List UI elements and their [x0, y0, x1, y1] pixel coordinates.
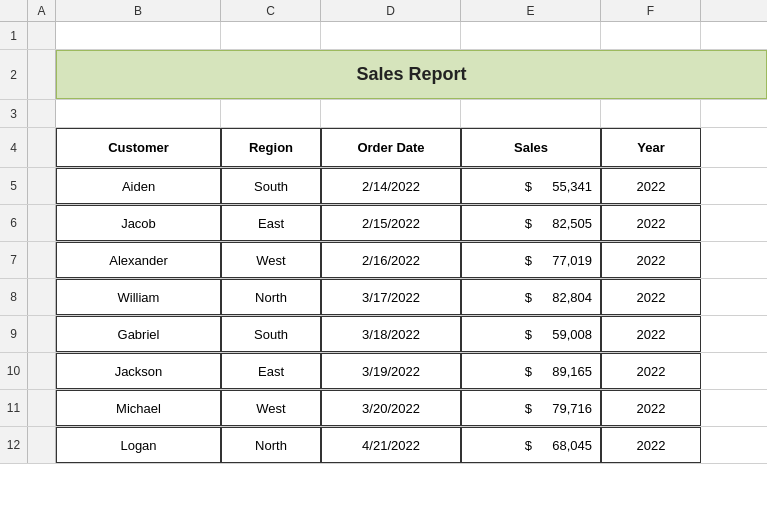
- dollar-sign: $: [525, 327, 532, 342]
- cell-region-5[interactable]: East: [221, 353, 321, 389]
- cell-year-1[interactable]: 2022: [601, 205, 701, 241]
- column-headers: A B C D E F: [0, 0, 767, 22]
- cell-year-2[interactable]: 2022: [601, 242, 701, 278]
- data-rows: 5 Aiden South 2/14/2022 $ 55,341 2022 6 …: [0, 168, 767, 464]
- rownum-4: 4: [0, 128, 28, 167]
- cell-3d[interactable]: [321, 100, 461, 127]
- cell-region-4[interactable]: South: [221, 316, 321, 352]
- rownum-2: 2: [0, 50, 28, 99]
- cell-date-2[interactable]: 2/16/2022: [321, 242, 461, 278]
- cell-customer-0[interactable]: Aiden: [56, 168, 221, 204]
- row-2: 2 Sales Report: [0, 50, 767, 100]
- cell-sales-2[interactable]: $ 77,019: [461, 242, 601, 278]
- cell-3e[interactable]: [461, 100, 601, 127]
- cell-3f[interactable]: [601, 100, 701, 127]
- cell-customer-5[interactable]: Jackson: [56, 353, 221, 389]
- table-row: 11 Michael West 3/20/2022 $ 79,716 2022: [0, 390, 767, 427]
- rownum-12: 12: [0, 427, 28, 463]
- dollar-sign: $: [525, 253, 532, 268]
- row-1: 1: [0, 22, 767, 50]
- sales-amount: 55,341: [540, 179, 592, 194]
- cell-6a: [28, 205, 56, 241]
- col-header-b: B: [56, 0, 221, 21]
- cell-date-3[interactable]: 3/17/2022: [321, 279, 461, 315]
- rownum-1: 1: [0, 22, 28, 49]
- cell-date-5[interactable]: 3/19/2022: [321, 353, 461, 389]
- cell-date-0[interactable]: 2/14/2022: [321, 168, 461, 204]
- sales-amount: 77,019: [540, 253, 592, 268]
- cell-1b[interactable]: [56, 22, 221, 49]
- cell-sales-7[interactable]: $ 68,045: [461, 427, 601, 463]
- dollar-sign: $: [525, 179, 532, 194]
- cell-year-3[interactable]: 2022: [601, 279, 701, 315]
- rownum-3: 3: [0, 100, 28, 127]
- col-header-f: F: [601, 0, 701, 21]
- cell-sales-6[interactable]: $ 79,716: [461, 390, 601, 426]
- cell-sales-5[interactable]: $ 89,165: [461, 353, 601, 389]
- cell-1f[interactable]: [601, 22, 701, 49]
- sales-amount: 68,045: [540, 438, 592, 453]
- cell-5a: [28, 168, 56, 204]
- table-row: 9 Gabriel South 3/18/2022 $ 59,008 2022: [0, 316, 767, 353]
- cell-year-4[interactable]: 2022: [601, 316, 701, 352]
- sales-amount: 82,505: [540, 216, 592, 231]
- cell-2a: [28, 50, 56, 99]
- cell-region-6[interactable]: West: [221, 390, 321, 426]
- cell-sales-3[interactable]: $ 82,804: [461, 279, 601, 315]
- cell-year-5[interactable]: 2022: [601, 353, 701, 389]
- cell-customer-6[interactable]: Michael: [56, 390, 221, 426]
- cell-date-6[interactable]: 3/20/2022: [321, 390, 461, 426]
- cell-customer-7[interactable]: Logan: [56, 427, 221, 463]
- rows-area: 1 2 Sales Report 3 4 Cus: [0, 22, 767, 507]
- dollar-sign: $: [525, 401, 532, 416]
- cell-10a: [28, 353, 56, 389]
- header-sales: Sales: [461, 128, 601, 167]
- row-4: 4 Customer Region Order Date Sales Year: [0, 128, 767, 168]
- cell-year-0[interactable]: 2022: [601, 168, 701, 204]
- cell-4a: [28, 128, 56, 167]
- rownum-11: 11: [0, 390, 28, 426]
- dollar-sign: $: [525, 216, 532, 231]
- col-header-d: D: [321, 0, 461, 21]
- rownum-7: 7: [0, 242, 28, 278]
- cell-date-1[interactable]: 2/15/2022: [321, 205, 461, 241]
- col-header-e: E: [461, 0, 601, 21]
- cell-date-4[interactable]: 3/18/2022: [321, 316, 461, 352]
- cell-region-2[interactable]: West: [221, 242, 321, 278]
- cell-region-0[interactable]: South: [221, 168, 321, 204]
- dollar-sign: $: [525, 438, 532, 453]
- rownum-6: 6: [0, 205, 28, 241]
- cell-1c[interactable]: [221, 22, 321, 49]
- spreadsheet: A B C D E F 1 2 Sales Report 3: [0, 0, 767, 507]
- cell-11a: [28, 390, 56, 426]
- cell-9a: [28, 316, 56, 352]
- cell-customer-4[interactable]: Gabriel: [56, 316, 221, 352]
- rownum-10: 10: [0, 353, 28, 389]
- table-row: 10 Jackson East 3/19/2022 $ 89,165 2022: [0, 353, 767, 390]
- sales-amount: 82,804: [540, 290, 592, 305]
- cell-customer-3[interactable]: William: [56, 279, 221, 315]
- col-header-c: C: [221, 0, 321, 21]
- cell-sales-4[interactable]: $ 59,008: [461, 316, 601, 352]
- cell-3c[interactable]: [221, 100, 321, 127]
- cell-1e[interactable]: [461, 22, 601, 49]
- cell-3b[interactable]: [56, 100, 221, 127]
- cell-sales-1[interactable]: $ 82,505: [461, 205, 601, 241]
- cell-date-7[interactable]: 4/21/2022: [321, 427, 461, 463]
- row-3: 3: [0, 100, 767, 128]
- table-row: 7 Alexander West 2/16/2022 $ 77,019 2022: [0, 242, 767, 279]
- cell-sales-0[interactable]: $ 55,341: [461, 168, 601, 204]
- cell-customer-1[interactable]: Jacob: [56, 205, 221, 241]
- cell-customer-2[interactable]: Alexander: [56, 242, 221, 278]
- cell-region-7[interactable]: North: [221, 427, 321, 463]
- table-row: 8 William North 3/17/2022 $ 82,804 2022: [0, 279, 767, 316]
- cell-1d[interactable]: [321, 22, 461, 49]
- cell-year-7[interactable]: 2022: [601, 427, 701, 463]
- title-cell[interactable]: Sales Report: [56, 50, 767, 99]
- header-region: Region: [221, 128, 321, 167]
- table-row: 5 Aiden South 2/14/2022 $ 55,341 2022: [0, 168, 767, 205]
- cell-8a: [28, 279, 56, 315]
- cell-year-6[interactable]: 2022: [601, 390, 701, 426]
- cell-region-1[interactable]: East: [221, 205, 321, 241]
- cell-region-3[interactable]: North: [221, 279, 321, 315]
